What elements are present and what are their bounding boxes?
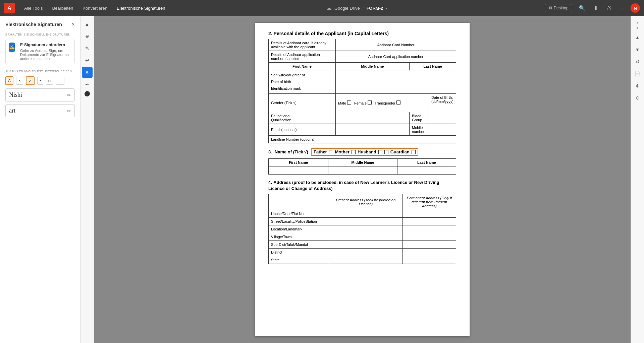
- husband-checkbox2[interactable]: [384, 150, 388, 154]
- print-button[interactable]: 🖨: [605, 4, 613, 12]
- son-wife-label: Son/wife/daughter ofDate of birthIdentif…: [269, 70, 336, 94]
- house-present[interactable]: [329, 210, 403, 218]
- name-value-area[interactable]: [336, 70, 456, 94]
- zoom-tool-button[interactable]: ⊕: [82, 31, 93, 42]
- topbar-right: 🖥 Desktop 🔍 ⬇ 🖨 ··· N: [545, 3, 640, 13]
- user-avatar[interactable]: N: [631, 3, 640, 13]
- line-tool-button[interactable]: —: [56, 77, 64, 85]
- mobile-value[interactable]: [429, 124, 456, 136]
- tool-sidebar: ▲ ⊕ ✎ ↩ A ✒: [80, 16, 94, 343]
- table-row: Email (optional) Mobile number: [269, 124, 456, 136]
- gender-options: Male Female Transgender: [336, 94, 429, 112]
- cross-tool-button[interactable]: ×: [16, 77, 23, 85]
- ln-value[interactable]: [397, 166, 456, 175]
- male-checkbox[interactable]: [347, 100, 351, 105]
- signature-text-2: art: [9, 107, 15, 114]
- mn-value[interactable]: [328, 166, 397, 175]
- color-dot[interactable]: [85, 91, 90, 96]
- aadhaar-card-value[interactable]: Aadhaar Card Number: [336, 39, 456, 51]
- husband-checkbox[interactable]: [378, 150, 382, 154]
- check-tool-button[interactable]: ✓: [26, 76, 35, 85]
- edit-signature-2-button[interactable]: ✏: [67, 108, 71, 114]
- rect-tool-button[interactable]: □: [46, 77, 53, 85]
- card-icon: ✍: [9, 43, 15, 52]
- zoom-out-button[interactable]: ⊖: [632, 92, 643, 103]
- draw-tool-button[interactable]: ✒: [82, 79, 93, 90]
- text-sidebar-tool-button[interactable]: A: [82, 67, 93, 78]
- table-row: Sub-Dist/Taluk/Mandal: [269, 241, 456, 249]
- more-button[interactable]: ···: [618, 4, 625, 12]
- path-separator: /: [363, 6, 364, 11]
- desktop-button[interactable]: 🖥 Desktop: [545, 4, 572, 12]
- table-row: Village/Town: [269, 233, 456, 241]
- nav-konvertieren[interactable]: Konvertieren: [78, 4, 111, 12]
- refresh-button[interactable]: ↺: [632, 56, 643, 67]
- guardian-checkbox[interactable]: [412, 150, 416, 154]
- nav-elektronische[interactable]: Elektronische Signaturen: [113, 4, 169, 12]
- signature-text-1: Nishi: [9, 91, 22, 98]
- annotate-tool-button[interactable]: ✎: [82, 43, 93, 54]
- subdist-present[interactable]: [329, 241, 403, 249]
- section3-number: 3.: [268, 149, 272, 154]
- blood-group-value[interactable]: [429, 112, 456, 124]
- address-table: Present Address (shall be printed on Lic…: [268, 194, 456, 264]
- district-present[interactable]: [329, 249, 403, 256]
- present-addr-header: Present Address (shall be printed on Lic…: [329, 194, 403, 210]
- download-button[interactable]: ⬇: [592, 4, 599, 13]
- name-table: First Name Middle Name Last Name: [268, 158, 456, 175]
- dob-value[interactable]: [431, 104, 453, 110]
- village-present[interactable]: [329, 233, 403, 241]
- transgender-checkbox[interactable]: [396, 100, 400, 105]
- email-label: Email (optional): [269, 124, 336, 136]
- select-tool-button[interactable]: ▲: [82, 19, 93, 29]
- mobile-label: Mobile number: [410, 124, 429, 136]
- permanent-addr-header: Permanent Address (Only if different fro…: [403, 194, 456, 210]
- female-checkbox[interactable]: [368, 100, 372, 105]
- landline-label: Landline Number (optional): [269, 136, 456, 143]
- sidebar-close-button[interactable]: ×: [72, 21, 75, 27]
- father-checkbox[interactable]: [329, 150, 333, 154]
- email-value[interactable]: [336, 124, 410, 136]
- street-present[interactable]: [329, 218, 403, 225]
- edit-signature-1-button[interactable]: ✏: [67, 92, 71, 98]
- table-row: First Name Middle Name Last Name: [269, 159, 456, 166]
- father-label: Father: [314, 149, 327, 154]
- signature-item-2[interactable]: art ✏: [5, 104, 75, 117]
- sign-request-card[interactable]: ✍ E-Signaturen anfordern Gehe zu Acrobat…: [5, 39, 75, 64]
- dot-tool-button[interactable]: •: [37, 77, 43, 85]
- location-present[interactable]: [329, 225, 403, 233]
- page-indicator-2: 2: [636, 20, 638, 24]
- nav-bearbeiten[interactable]: Bearbeiten: [48, 4, 77, 12]
- mn-header: Middle Name: [328, 159, 397, 166]
- subdist-permanent[interactable]: [403, 241, 456, 249]
- location-permanent[interactable]: [403, 225, 456, 233]
- edu-qual-value[interactable]: [336, 112, 410, 124]
- village-permanent[interactable]: [403, 233, 456, 241]
- signature-item-1[interactable]: Nishi ✏: [5, 88, 75, 101]
- state-present[interactable]: [329, 256, 403, 264]
- topbar: A Alle Tools Bearbeiten Konvertieren Ele…: [0, 0, 644, 16]
- text-tool-button[interactable]: A: [5, 76, 13, 85]
- search-button[interactable]: 🔍: [578, 4, 587, 13]
- table-row: House/Door/Flat No.: [269, 210, 456, 218]
- nav-alle-tools[interactable]: Alle Tools: [20, 4, 47, 12]
- page-indicator-6: 6: [636, 27, 638, 31]
- dob-cell: Date of Birth:(dd/mm/yyyy): [429, 94, 456, 112]
- last-name-header: Last Name: [410, 63, 456, 70]
- content-area[interactable]: 2. Personal details of the Applicant (in…: [94, 16, 631, 343]
- street-permanent[interactable]: [403, 218, 456, 225]
- scroll-down-button[interactable]: ▼: [632, 44, 643, 55]
- district-permanent[interactable]: [403, 249, 456, 256]
- state-permanent[interactable]: [403, 256, 456, 264]
- fn-value[interactable]: [269, 166, 328, 175]
- aadhaar-card-label: Details of Aadhaar card, if already avai…: [269, 39, 336, 51]
- zoom-in-button[interactable]: ⊕: [632, 80, 643, 91]
- scroll-up-button[interactable]: ▲: [632, 32, 643, 43]
- link-tool-button[interactable]: ↩: [82, 55, 93, 66]
- document-button[interactable]: 📄: [632, 68, 643, 79]
- mother-label: Mother: [335, 149, 350, 154]
- aadhaar-app-value[interactable]: Aadhaar Card application number: [336, 51, 456, 63]
- house-permanent[interactable]: [403, 210, 456, 218]
- mother-checkbox[interactable]: [352, 150, 356, 154]
- form-dropdown-arrow[interactable]: ▾: [386, 6, 387, 10]
